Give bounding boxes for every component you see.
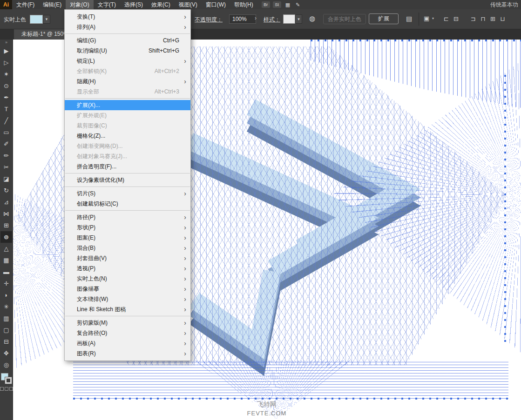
draw-normal-icon[interactable] <box>0 387 4 391</box>
hand-tool[interactable]: ✥ <box>0 347 12 359</box>
zoom-tool[interactable]: ◎ <box>0 359 12 371</box>
fill-color-caret-icon[interactable]: ▾ <box>43 15 50 24</box>
stock-badge[interactable]: St <box>273 1 281 8</box>
opacity-stepper-icon[interactable]: › <box>255 15 257 21</box>
menu-item[interactable]: 排列(A) <box>65 22 190 32</box>
panel-toggle-icon[interactable]: ▤ <box>406 15 412 22</box>
expand-button[interactable]: 扩展 <box>369 13 399 24</box>
menu-item[interactable]: 创建渐变网格(D)... <box>65 141 190 151</box>
menu-item[interactable]: 隐藏(H) <box>65 76 190 87</box>
column-graph-tool[interactable]: ▥ <box>0 313 12 324</box>
menu-item[interactable]: 图案(E) <box>65 233 190 243</box>
style-swatch[interactable] <box>283 14 295 24</box>
menu-item[interactable]: 扩展(X)... <box>65 100 190 110</box>
menu-item[interactable]: 全部解锁(K) Alt+Ctrl+2 <box>65 66 190 76</box>
paintbrush-tool[interactable]: ✐ <box>0 138 12 150</box>
menu-item[interactable]: 扩展外观(E) <box>65 110 190 120</box>
draw-behind-icon[interactable] <box>5 387 8 391</box>
menu-item[interactable]: 形状(P) <box>65 222 190 233</box>
width-tool[interactable]: ⋈ <box>0 208 12 220</box>
menubar-item[interactable]: 对象(O) <box>66 0 93 9</box>
stroke-swatch[interactable] <box>5 377 12 384</box>
align-left-icon[interactable]: ⊏ <box>441 14 451 24</box>
line-segment-tool[interactable]: ╱ <box>0 115 12 127</box>
scale-tool[interactable]: ⊿ <box>0 196 12 208</box>
rotate-tool[interactable]: ↻ <box>0 185 12 196</box>
menu-item[interactable]: 透视(P) <box>65 263 190 273</box>
menu-item[interactable]: 锁定(L) <box>65 56 190 66</box>
blend-tool[interactable]: ◗ <box>0 289 12 301</box>
menu-item[interactable]: 取消编组(U) Shift+Ctrl+G <box>65 46 190 56</box>
eraser-tool[interactable]: ◪ <box>0 173 12 185</box>
direct-selection-tool[interactable]: ▷ <box>0 57 12 68</box>
scissors-tool[interactable]: ✂ <box>0 161 12 173</box>
arrange-documents-caret-icon[interactable]: ▾ <box>432 16 434 20</box>
bridge-badge[interactable]: Br <box>262 1 270 8</box>
arrange-documents-icon[interactable]: ▣ <box>424 15 429 22</box>
perspective-grid-tool[interactable]: △ <box>0 243 12 254</box>
fill-stroke-indicator[interactable] <box>1 373 12 384</box>
menu-item[interactable]: 显示全部 Alt+Ctrl+3 <box>65 87 190 97</box>
magic-wand-tool[interactable]: ✶ <box>0 68 12 80</box>
menu-item[interactable]: 图表(R) <box>65 348 190 359</box>
menu-item[interactable]: 创建裁切标记(C) <box>65 199 190 209</box>
style-label[interactable]: 样式： <box>264 16 280 24</box>
style-caret-icon[interactable]: ▾ <box>295 14 302 24</box>
opacity-label[interactable]: 不透明度： <box>195 16 223 24</box>
slice-tool[interactable]: ⊟ <box>0 336 12 347</box>
align-middle-vertical-icon[interactable]: ⊞ <box>488 14 498 24</box>
gradient-tool[interactable]: ▬ <box>0 266 12 278</box>
menu-item[interactable]: 混合(B) <box>65 243 190 253</box>
symbol-sprayer-tool[interactable]: ✳ <box>0 301 12 313</box>
eyedropper-tool[interactable]: ✛ <box>0 278 12 289</box>
menu-item[interactable]: 拼合透明度(F)... <box>65 161 190 172</box>
lasso-tool[interactable]: ⊙ <box>0 80 12 92</box>
artboard-tool[interactable]: ▢ <box>0 324 12 336</box>
menubar-item[interactable]: 帮助(H) <box>230 0 257 9</box>
type-tool[interactable]: T <box>0 103 12 115</box>
menubar-item[interactable]: 选择(S) <box>120 0 147 9</box>
menu-item[interactable]: 编组(G) Ctrl+G <box>65 35 190 46</box>
opacity-input[interactable]: 100% <box>229 14 256 24</box>
menu-item[interactable]: 文本绕排(W) <box>65 294 190 304</box>
fill-color-swatch[interactable] <box>30 15 43 24</box>
menubar-item[interactable]: 文件(F) <box>12 0 39 9</box>
align-top-icon[interactable]: ⊓ <box>478 14 488 24</box>
align-bottom-icon[interactable]: ⊔ <box>498 14 507 24</box>
menu-item[interactable]: 复合路径(O) <box>65 328 190 338</box>
menu-item[interactable]: 创建对象马赛克(J)... <box>65 151 190 161</box>
toolbar-collapse-icon[interactable]: » <box>5 40 7 45</box>
menu-item[interactable]: 剪切蒙版(M) <box>65 318 190 328</box>
workspace-switcher-icon[interactable]: ▦ <box>285 2 290 8</box>
menubar-item[interactable]: 效果(C) <box>147 0 175 9</box>
share-icon[interactable]: ✎ <box>296 2 300 8</box>
menu-item[interactable]: Line 和 Sketch 图稿 <box>65 304 190 314</box>
menu-item[interactable]: 路径(P) <box>65 212 190 222</box>
draw-inside-icon[interactable] <box>9 387 13 391</box>
menu-item[interactable]: 画板(A) <box>65 338 190 348</box>
menubar-item[interactable]: 文字(T) <box>94 0 120 9</box>
menu-item[interactable]: 裁剪图像(C) <box>65 120 190 131</box>
draw-mode-buttons[interactable] <box>0 387 13 391</box>
menubar-item[interactable]: 编辑(E) <box>39 0 66 9</box>
pencil-tool[interactable]: ✏ <box>0 150 12 161</box>
shape-builder-tool[interactable]: ⊚ <box>0 231 12 243</box>
rectangle-tool[interactable]: ▭ <box>0 127 12 138</box>
pen-tool[interactable]: ✒ <box>0 92 12 103</box>
menu-item[interactable]: 变换(T) <box>65 12 190 22</box>
free-transform-tool[interactable]: ⊞ <box>0 220 12 231</box>
menu-item[interactable]: 栅格化(Z)... <box>65 131 190 141</box>
mesh-tool[interactable]: ▦ <box>0 254 12 266</box>
recolor-artwork-icon[interactable]: ◍ <box>309 14 315 23</box>
align-right-icon[interactable]: ⊐ <box>468 14 478 24</box>
menu-item[interactable]: 图像描摹 <box>65 284 190 294</box>
menu-item[interactable]: 设为像素级优化(M) <box>65 175 190 185</box>
app-icon[interactable]: Ai <box>0 0 12 9</box>
workspace-name[interactable]: 传统基本功 <box>490 1 521 9</box>
menu-item[interactable]: 封套扭曲(V) <box>65 253 190 263</box>
selection-tool[interactable]: ▶ <box>0 45 12 57</box>
menubar-item[interactable]: 视图(V) <box>175 0 202 9</box>
align-center-horizontal-icon[interactable]: ⊟ <box>451 14 461 24</box>
menubar-item[interactable]: 窗口(W) <box>202 0 230 9</box>
menu-item[interactable]: 实时上色(N) <box>65 273 190 284</box>
